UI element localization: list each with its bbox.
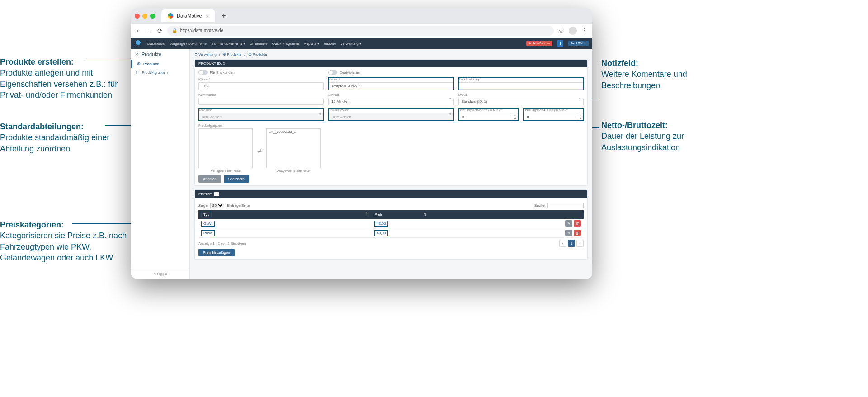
toggle-deaktivieren[interactable]: Deaktivieren: [328, 70, 584, 75]
umlaufstation-select[interactable]: Bitte wählen: [328, 113, 453, 121]
tab-close-icon[interactable]: ×: [206, 13, 209, 19]
sidebar-toggle[interactable]: < Toggle: [131, 269, 189, 279]
table-row: PKW 43,00 ✎ 🗑: [198, 228, 584, 238]
app-root: Dashboard Vorgänge / Dokumente Sammeldok…: [131, 38, 592, 279]
col-typ[interactable]: Typ: [201, 212, 212, 217]
col-preis[interactable]: Preis: [374, 213, 382, 217]
breadcrumb-item[interactable]: ⚙ Verwaltung: [194, 52, 217, 57]
sidebar-item-produkte[interactable]: ⦿ Produkte: [131, 60, 189, 68]
toggle-label: Für Endkunden: [210, 71, 235, 75]
nav-quick-programm[interactable]: Quick Programm: [272, 42, 299, 46]
einheit-label: Einheit: [328, 93, 453, 97]
search-input[interactable]: [547, 203, 584, 208]
callout-zeit-title: Netto-/Bruttozeit:: [601, 121, 668, 130]
kommentar-input[interactable]: [198, 98, 324, 105]
back-icon[interactable]: ←: [136, 27, 142, 34]
new-tab-button[interactable]: +: [219, 12, 228, 20]
product-panel-header: PRODUKT ID: 2: [195, 60, 587, 67]
cancel-button[interactable]: Abbruch: [198, 175, 221, 183]
nav-historie[interactable]: Historie: [324, 42, 336, 46]
breadcrumb-item[interactable]: ⚙ Produkte: [223, 52, 241, 57]
callout-produkte-body: Produkte anlegen und mit Eigenschaften v…: [0, 68, 118, 99]
maximize-window-icon[interactable]: [150, 14, 155, 19]
nav-verwaltung[interactable]: Verwaltung ▾: [340, 42, 361, 46]
sidebar-item-label: Produkte: [143, 62, 159, 66]
delete-icon[interactable]: 🗑: [574, 230, 581, 236]
user-menu[interactable]: Axel Düll ▾: [568, 41, 589, 46]
edit-icon[interactable]: ✎: [565, 220, 572, 227]
table-info: Anzeige 1 - 2 von 2 Einträgen: [198, 241, 246, 246]
netto-input[interactable]: 10: [458, 113, 513, 121]
page-current[interactable]: 1: [568, 240, 575, 247]
abteilung-select[interactable]: Bitte wählen: [198, 113, 324, 121]
callout-abteilung: Standardabteilungen: Produkte standardmä…: [0, 121, 127, 154]
entries-label: Einträge/Seite: [227, 203, 250, 208]
bookmark-icon[interactable]: ☆: [558, 27, 564, 34]
reload-icon[interactable]: ⟳: [157, 27, 163, 34]
produktgruppen-label: Produktgruppen: [198, 123, 584, 128]
sidebar-item-label: Produktgruppen: [142, 71, 168, 75]
page-next[interactable]: ›: [576, 240, 584, 247]
name-input[interactable]: Testprodukt NW 2: [328, 82, 453, 90]
info-icon[interactable]: ℹ: [557, 40, 563, 47]
cell-typ: GLW: [201, 221, 215, 227]
nav-umlaufliste[interactable]: Umlaufliste: [250, 42, 268, 46]
beschreibung-input[interactable]: [458, 82, 584, 90]
available-listbox[interactable]: [198, 128, 253, 168]
table-row: GLW 43,00 ✎ 🗑: [198, 219, 584, 228]
breadcrumb-item: ⦿ Produkte: [248, 52, 267, 57]
nav-sammeldokumente[interactable]: Sammeldokumente ▾: [211, 42, 245, 46]
edit-icon[interactable]: ✎: [565, 230, 572, 236]
sidebar-item-produktgruppen[interactable]: 🏷 Produktgruppen: [131, 68, 189, 77]
selected-listbox[interactable]: SV__20220223_1: [266, 128, 321, 168]
nav-vorgaenge[interactable]: Vorgänge / Dokumente: [170, 42, 207, 46]
brutto-label: Leistungszeit-Brutto (in Min) *: [523, 108, 584, 112]
page-prev[interactable]: ‹: [559, 240, 566, 247]
profile-avatar[interactable]: [569, 27, 577, 35]
brand-logo-icon[interactable]: [135, 39, 143, 47]
kuerzel-input[interactable]: TP2: [198, 82, 324, 90]
minimize-window-icon[interactable]: [142, 14, 147, 19]
callout-zeit: Netto-/Bruttozeit: Dauer der Leistung zu…: [601, 120, 719, 153]
callout-line: [599, 62, 599, 99]
content-area: ⚙ Verwaltung / ⚙ Produkte / ⦿ Produkte P…: [190, 49, 592, 279]
callout-preis: Preiskategorien: Kategorisieren sie Prei…: [0, 219, 129, 263]
nav-reports[interactable]: Reports ▾: [304, 42, 319, 46]
price-table: Typ ⇅ Preis ⇅ GLW 43,00: [198, 210, 584, 238]
sidebar: ⚙ Produkte ⦿ Produkte 🏷 Produktgruppen <…: [131, 49, 190, 279]
mwst-select[interactable]: Standard (ID: 1): [458, 98, 584, 105]
brutto-input[interactable]: 10: [523, 113, 577, 121]
toggle-label: Deaktivieren: [340, 71, 359, 75]
selected-caption: Ausgewählte Elemente: [266, 169, 321, 172]
delete-icon[interactable]: 🗑: [574, 220, 581, 227]
menu-icon[interactable]: ⋮: [581, 27, 588, 34]
toggle-endkunden[interactable]: Für Endkunden: [198, 70, 324, 75]
url-text: https://data-motive.de: [180, 28, 223, 33]
window-controls[interactable]: [135, 14, 155, 19]
netto-stepper[interactable]: ▴▾: [512, 113, 519, 121]
available-caption: Verfügbare Elemente: [198, 169, 253, 172]
bullet-icon: ⦿: [137, 62, 141, 66]
nav-dashboard[interactable]: Dashboard: [147, 42, 165, 46]
beschreibung-label: Beschreibung: [458, 77, 584, 81]
close-window-icon[interactable]: [135, 14, 140, 19]
url-input[interactable]: 🔒 https://data-motive.de: [167, 26, 554, 36]
address-bar: ← → ⟳ 🔒 https://data-motive.de ☆ ⋮: [131, 24, 592, 38]
brutto-stepper[interactable]: ▴▾: [577, 113, 584, 121]
forward-icon[interactable]: →: [146, 27, 153, 34]
add-icon[interactable]: +: [214, 192, 219, 196]
product-panel: PRODUKT ID: 2 Für Endkunden: [194, 59, 588, 186]
favicon-icon: [168, 13, 173, 19]
callout-produkte-title: Produkte erstellen:: [0, 57, 74, 66]
callout-abteilung-body: Produkte standardmäßig einer Abteilung z…: [0, 133, 109, 153]
add-price-button[interactable]: Preis hinzufügen: [198, 249, 235, 256]
save-button[interactable]: Speichern: [224, 175, 249, 183]
top-nav: Dashboard Vorgänge / Dokumente Sammeldok…: [131, 38, 592, 49]
einheit-select[interactable]: 15 Minuten: [328, 98, 453, 105]
browser-tab[interactable]: DataMotive ×: [161, 9, 215, 22]
sidebar-title-text: Produkte: [142, 52, 161, 57]
products-icon: ⚙: [136, 52, 139, 57]
list-item[interactable]: SV__20220223_1: [267, 129, 320, 135]
page-size-select[interactable]: 25: [210, 203, 224, 208]
swap-icon[interactable]: ⇄: [257, 147, 262, 154]
